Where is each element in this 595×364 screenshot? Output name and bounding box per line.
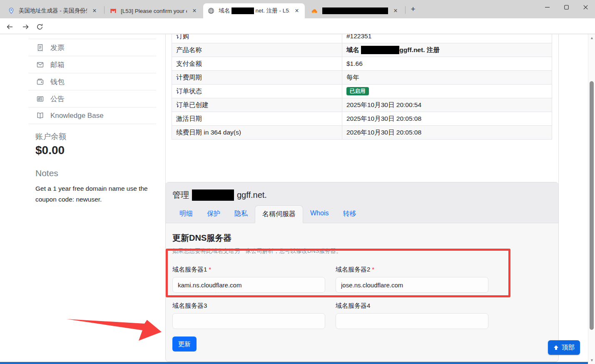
book-icon (36, 112, 44, 120)
location-pin-icon (7, 7, 15, 15)
close-window-button[interactable] (576, 0, 595, 14)
update-button[interactable]: 更新 (172, 337, 197, 352)
sidebar-item-label: 公告 (50, 94, 65, 104)
redaction-bar (322, 7, 388, 14)
scroll-up-icon[interactable]: ▲ (588, 36, 595, 40)
browser-toolbar: https://customer.l53.net/order/service/m… (0, 18, 595, 34)
manage-title: 管理ggff.net. (172, 189, 552, 201)
table-row: 订单状态已启用 (172, 85, 552, 98)
order-details-table: 订购#122351 产品名称 域名 ggff.net. 注册 支付金额$1.66… (172, 34, 552, 140)
page-bottom-strip (0, 362, 588, 364)
sidebar-item-label: 钱包 (50, 77, 65, 87)
redaction-bar (361, 46, 399, 54)
window-controls (538, 0, 595, 14)
tab-title: 域名 net. 注册 - L53 (219, 7, 289, 15)
nameserver3-field: 域名服务器3 (172, 302, 325, 329)
notes-heading: Notes (35, 168, 58, 178)
arrow-up-icon (553, 345, 559, 350)
envelope-icon (36, 61, 44, 69)
sidebar-item-wallet[interactable]: 钱包 (28, 73, 156, 90)
close-icon[interactable]: × (191, 7, 198, 15)
tab-title: [L53] Please confirm your email ac (121, 8, 187, 14)
product-name: 域名 ggff.net. 注册 (342, 43, 552, 57)
billing-cycle: 每年 (342, 71, 552, 85)
browser-tab-domain-active[interactable]: 域名 net. 注册 - L53 × (203, 3, 305, 18)
manage-card-header: 管理ggff.net. 明细 保护 隐私 名稱伺服器 Whois 转移 (166, 182, 558, 223)
tab-whois[interactable]: Whois (303, 205, 336, 223)
scrollbar-thumb[interactable] (590, 81, 594, 330)
dns-section-description: 如果您想要将此域名交给另一家公司解析，您可以修改DNS服务器。 (172, 247, 552, 255)
back-to-top-button[interactable]: 顶部 (548, 340, 580, 355)
nameserver2-input[interactable] (336, 277, 488, 293)
renewal-date: 2026年10月30日 20:05:08 (342, 126, 552, 140)
refresh-button[interactable] (34, 21, 45, 32)
table-row: 订单已创建2025年10月30日 20:00:54 (172, 98, 552, 112)
account-balance-label: 账户余额 (35, 131, 66, 142)
nameserver4-input[interactable] (336, 313, 488, 329)
sidebar-item-label: Knowledge Base (50, 112, 104, 120)
browser-tab-address-generator[interactable]: 美国地址生成器 - 美国身份生成器 × (3, 3, 102, 18)
browser-tab-gmail[interactable]: [L53] Please confirm your email ac × (105, 3, 202, 18)
tab-details[interactable]: 明细 (172, 205, 200, 223)
close-icon[interactable]: × (293, 7, 301, 15)
wallet-icon (36, 78, 44, 86)
gmail-icon (110, 7, 117, 15)
required-asterisk: * (372, 266, 374, 273)
sidebar-item-label: 发票 (50, 43, 65, 52)
new-tab-button[interactable]: + (408, 5, 418, 14)
tab-privacy[interactable]: 隐私 (227, 205, 255, 223)
created-date: 2025年10月30日 20:00:54 (342, 98, 552, 112)
table-row: 续费日期 in 364 day(s)2026年10月30日 20:05:08 (172, 126, 552, 140)
cloudflare-icon (311, 7, 319, 15)
status-badge: 已启用 (346, 87, 369, 96)
forward-button[interactable] (20, 21, 31, 32)
scroll-down-icon[interactable]: ▼ (588, 358, 595, 362)
notes-text: Get a 1 year free domain name use the co… (35, 183, 151, 205)
receipt-icon (36, 44, 44, 52)
vertical-scrollbar[interactable]: ▲ ▼ (588, 34, 595, 364)
globe-icon (207, 7, 215, 15)
tab-separator (405, 6, 406, 14)
nameserver1-field: 域名服务器1* (172, 266, 325, 293)
back-button[interactable] (4, 21, 15, 32)
table-row: 产品名称 域名 ggff.net. 注册 (172, 43, 552, 57)
nameserver1-input[interactable] (172, 277, 325, 293)
nameserver3-input[interactable] (172, 313, 325, 329)
annotation-arrow (60, 310, 164, 343)
browser-tab-cloudflare[interactable]: × (307, 3, 403, 18)
manage-tabs: 明细 保护 隐私 名稱伺服器 Whois 转移 (172, 205, 363, 223)
table-row: 计费周期每年 (172, 71, 552, 85)
tab-title (322, 7, 388, 14)
tab-separator (104, 6, 105, 14)
redaction-bar (232, 7, 254, 14)
sidebar-item-invoices[interactable]: 发票 (28, 39, 156, 56)
nameserver4-field: 域名服务器4 (336, 302, 488, 329)
activation-date: 2025年10月30日 20:05:08 (342, 112, 552, 126)
table-row: 支付金额$1.66 (172, 57, 552, 71)
field-label: 域名服务器3 (172, 302, 207, 309)
close-icon[interactable]: × (392, 7, 399, 15)
field-label: 域名服务器1 (172, 266, 207, 273)
tab-title: 美国地址生成器 - 美国身份生成器 (19, 7, 87, 15)
page-content: 发票 邮箱 钱包 公告 Knowledge Base 账户余额 $0.00 No… (0, 34, 588, 362)
required-asterisk: * (209, 266, 211, 273)
order-id: #122351 (342, 34, 552, 43)
paid-amount: $1.66 (342, 57, 552, 71)
close-icon[interactable]: × (91, 7, 98, 15)
minimize-button[interactable] (538, 0, 557, 14)
field-label: 域名服务器4 (336, 302, 370, 309)
tab-nameservers[interactable]: 名稱伺服器 (255, 205, 303, 223)
nameserver2-field: 域名服务器2* (336, 266, 488, 293)
account-balance-value: $0.00 (35, 144, 65, 157)
redaction-bar (192, 189, 234, 201)
tab-transfer[interactable]: 转移 (336, 205, 363, 223)
sidebar-item-mailbox[interactable]: 邮箱 (28, 56, 156, 73)
manage-domain-card: 管理ggff.net. 明细 保护 隐私 名稱伺服器 Whois 转移 更新DN… (165, 182, 559, 362)
sidebar-item-announcements[interactable]: 公告 (28, 90, 156, 107)
tab-protection[interactable]: 保护 (200, 205, 227, 223)
maximize-button[interactable] (557, 0, 576, 14)
browser-tab-strip: 美国地址生成器 - 美国身份生成器 × [L53] Please confirm… (0, 0, 595, 18)
nameservers-panel: 更新DNS服务器 如果您想要将此域名交给另一家公司解析，您可以修改DNS服务器。… (166, 223, 558, 358)
announcement-icon (36, 95, 44, 103)
sidebar-item-knowledge-base[interactable]: Knowledge Base (28, 107, 156, 124)
